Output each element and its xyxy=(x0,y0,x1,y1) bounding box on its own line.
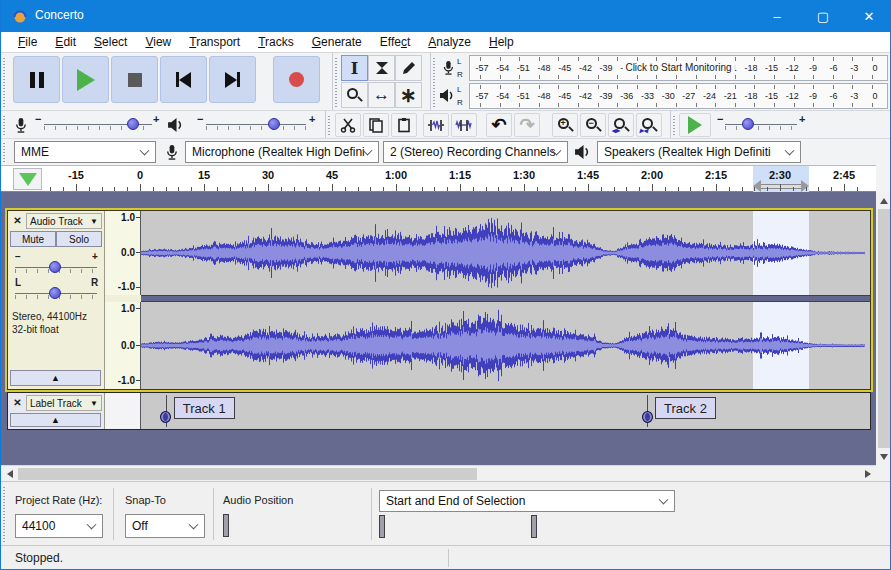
playback-device-select[interactable]: Speakers (Realtek High Definiti xyxy=(597,141,801,163)
draw-tool-button[interactable] xyxy=(395,55,422,81)
selection-mode-select[interactable]: Start and End of Selection xyxy=(379,490,675,512)
toolbar-grip[interactable] xyxy=(2,142,7,162)
zoom-fit-button[interactable]: ▸◂ xyxy=(636,113,662,137)
silence-audio-button[interactable] xyxy=(451,113,477,137)
solo-button[interactable]: Solo xyxy=(56,231,102,247)
track-title-menu[interactable]: Label Track▼ xyxy=(26,395,102,411)
redo-button[interactable]: ↷ xyxy=(514,113,540,137)
playback-meter[interactable]: LR -57-54-51-48-45-42-39-36-33-30-27-24-… xyxy=(431,82,891,110)
timeline-ruler[interactable]: -1501530451:001:151:301:452:002:152:302:… xyxy=(1,165,876,192)
meter-channel-labels: LR xyxy=(457,83,463,109)
close-button[interactable]: ✕ xyxy=(846,0,891,32)
skip-to-start-button[interactable] xyxy=(160,56,207,103)
menu-item-file[interactable]: File xyxy=(9,35,46,49)
label-marker-icon[interactable] xyxy=(160,411,171,423)
copy-button[interactable] xyxy=(363,113,389,137)
snap-to-select[interactable]: Off xyxy=(125,514,205,538)
track-title-menu[interactable]: Audio Track▼ xyxy=(26,213,102,229)
skip-to-end-button[interactable] xyxy=(209,56,256,103)
record-button[interactable] xyxy=(273,56,320,103)
mute-button[interactable]: Mute xyxy=(10,231,56,247)
recording-meter[interactable]: LR -57-54-51-48-45-42-39-36-33-30-27-24-… xyxy=(431,54,891,82)
slider-thumb[interactable] xyxy=(49,261,61,273)
label-text-1[interactable]: Track 1 xyxy=(174,397,235,419)
timeline-label: 2:45 xyxy=(833,169,855,181)
playback-volume-slider[interactable] xyxy=(206,116,306,134)
menu-item-transport[interactable]: Transport xyxy=(180,35,249,49)
toolbar-grip[interactable] xyxy=(672,114,677,135)
toolbar-grip[interactable] xyxy=(334,56,339,107)
zoom-in-button[interactable]: + xyxy=(552,113,578,137)
scroll-left-button[interactable] xyxy=(1,466,18,482)
scrollbar-thumb[interactable] xyxy=(878,209,890,448)
toolbar-grip[interactable] xyxy=(2,114,7,135)
paste-button[interactable] xyxy=(391,113,417,137)
horizontal-scrollbar[interactable] xyxy=(1,465,876,481)
pause-button[interactable] xyxy=(13,56,60,103)
multi-tool-button[interactable]: ∗ xyxy=(395,82,422,108)
selection-tool-button[interactable]: I xyxy=(341,55,368,81)
slider-thumb[interactable] xyxy=(268,118,280,130)
scrollbar-thumb[interactable] xyxy=(18,468,477,480)
label-marker-icon[interactable] xyxy=(642,411,653,423)
menu-item-view[interactable]: View xyxy=(136,35,180,49)
menu-item-tracks[interactable]: Tracks xyxy=(249,35,303,49)
waveform-channel-2[interactable] xyxy=(141,302,870,389)
waveform-channel-1[interactable] xyxy=(141,211,870,295)
playback-speed-slider[interactable] xyxy=(725,116,797,134)
scroll-right-button[interactable] xyxy=(859,466,876,482)
zoom-selection-button[interactable]: ◂▸ xyxy=(608,113,634,137)
recording-device-select[interactable]: Microphone (Realtek High Defini xyxy=(185,141,379,163)
collapse-track-button[interactable]: ▲ xyxy=(10,413,101,427)
cut-button[interactable] xyxy=(335,113,361,137)
selection-end-field[interactable] xyxy=(531,515,537,538)
vertical-ruler-ch2[interactable]: 1.0 0.0 -1.0 xyxy=(105,302,141,389)
menu-item-select[interactable]: Select xyxy=(85,35,136,49)
menu-item-generate[interactable]: Generate xyxy=(303,35,371,49)
slider-thumb[interactable] xyxy=(127,118,139,130)
recording-channels-select[interactable]: 2 (Stereo) Recording Channels xyxy=(383,141,568,163)
stop-button[interactable] xyxy=(111,56,158,103)
slider-thumb[interactable] xyxy=(49,287,61,299)
project-rate-select[interactable]: 44100 xyxy=(15,514,103,538)
collapse-track-button[interactable]: ▲ xyxy=(10,370,101,386)
monitoring-overlay[interactable]: Click to Start Monitoring xyxy=(622,62,734,73)
zoom-tool-button[interactable] xyxy=(341,82,368,108)
slider-thumb[interactable] xyxy=(742,118,754,130)
menu-item-analyze[interactable]: Analyze xyxy=(419,35,480,49)
vertical-scrollbar[interactable] xyxy=(876,192,891,465)
undo-button[interactable]: ↶ xyxy=(486,113,512,137)
minimize-button[interactable]: – xyxy=(754,0,800,32)
timeshift-tool-button[interactable]: ↔ xyxy=(368,82,395,108)
vertical-ruler-ch1[interactable]: 1.0 0.0 -1.0 xyxy=(105,211,141,295)
chevron-down-icon xyxy=(140,146,150,156)
close-track-button[interactable]: ✕ xyxy=(10,213,25,228)
gain-slider[interactable] xyxy=(15,259,97,277)
label-text-2[interactable]: Track 2 xyxy=(655,397,716,419)
audio-position-field[interactable] xyxy=(223,514,229,537)
envelope-tool-button[interactable] xyxy=(368,55,395,81)
scroll-up-button[interactable] xyxy=(876,192,891,209)
toolbar-grip[interactable] xyxy=(2,485,7,542)
label-lane[interactable]: Track 1Track 2 xyxy=(141,393,870,429)
zoom-out-button[interactable]: − xyxy=(580,113,606,137)
timeline-label: 2:00 xyxy=(641,169,663,181)
menu-item-edit[interactable]: Edit xyxy=(46,35,85,49)
menu-item-help[interactable]: Help xyxy=(480,35,523,49)
timeline-label: 45 xyxy=(326,169,338,181)
mixer-toolbar: − + − + xyxy=(1,110,326,138)
trim-audio-button[interactable] xyxy=(423,113,449,137)
maximize-button[interactable]: ▢ xyxy=(800,0,846,32)
audio-host-select[interactable]: MME xyxy=(14,141,156,163)
quick-play-button[interactable] xyxy=(13,168,42,190)
pan-slider[interactable] xyxy=(15,285,97,303)
play-at-speed-button[interactable] xyxy=(679,113,711,137)
close-track-button[interactable]: ✕ xyxy=(10,395,25,410)
toolbar-grip[interactable] xyxy=(2,56,7,107)
play-button[interactable] xyxy=(62,56,109,103)
toolbar-grip[interactable] xyxy=(327,114,332,135)
recording-volume-slider[interactable] xyxy=(44,116,152,134)
menu-item-effect[interactable]: Effect xyxy=(371,35,419,49)
scroll-down-button[interactable] xyxy=(876,448,891,465)
selection-start-field[interactable] xyxy=(379,515,385,538)
